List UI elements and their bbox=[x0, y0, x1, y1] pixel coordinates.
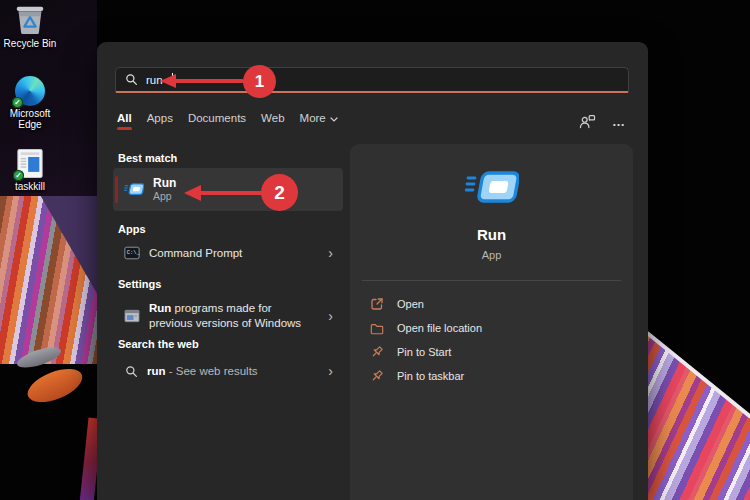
search-icon bbox=[125, 73, 138, 86]
result-label: run - See web results bbox=[147, 365, 258, 377]
preview-subtitle: App bbox=[350, 249, 633, 261]
chevron-right-icon: › bbox=[328, 366, 333, 376]
chevron-right-icon: › bbox=[328, 248, 333, 258]
result-best-match-run[interactable]: Run App bbox=[113, 168, 343, 211]
search-input[interactable]: run bbox=[115, 67, 629, 93]
action-open-file-location[interactable]: Open file location bbox=[370, 316, 621, 340]
chevron-right-icon: › bbox=[328, 311, 333, 321]
tab-all[interactable]: All bbox=[117, 112, 132, 130]
run-app-icon-large bbox=[350, 168, 633, 208]
wallpaper-bloom-stripes bbox=[0, 196, 97, 364]
pin-icon bbox=[370, 345, 384, 359]
result-label: Command Prompt bbox=[149, 247, 242, 259]
pin-icon bbox=[370, 369, 384, 383]
more-options-icon[interactable]: … bbox=[612, 114, 626, 129]
run-app-icon bbox=[124, 182, 144, 197]
desktop-icon-taskkill[interactable]: ✓ taskkill bbox=[0, 148, 60, 192]
result-label: Run programs made forprevious versions o… bbox=[149, 301, 301, 331]
desktop: Recycle Bin ✓ Microsoft Edge ✓ taskkill bbox=[0, 0, 750, 500]
edge-icon: ✓ bbox=[15, 76, 45, 106]
open-external-icon bbox=[370, 297, 384, 311]
sync-check-badge: ✓ bbox=[12, 97, 23, 108]
tab-documents[interactable]: Documents bbox=[188, 112, 246, 130]
folder-icon bbox=[370, 322, 384, 335]
search-flyout-panel: run All Apps Documents Web More … Best m… bbox=[97, 42, 648, 500]
svg-text:C:\_: C:\_ bbox=[127, 250, 140, 256]
best-match-title: Run bbox=[153, 176, 176, 190]
wallpaper-orange-petal bbox=[23, 362, 87, 409]
command-prompt-icon: C:\_ bbox=[124, 245, 140, 261]
search-icon bbox=[125, 365, 138, 378]
section-heading-apps: Apps bbox=[118, 223, 146, 235]
result-command-prompt[interactable]: C:\_ Command Prompt › bbox=[113, 238, 343, 268]
action-pin-to-taskbar[interactable]: Pin to taskbar bbox=[370, 364, 621, 388]
selected-accent-bar bbox=[115, 176, 118, 203]
desktop-icon-recycle-bin[interactable]: Recycle Bin bbox=[0, 2, 60, 49]
desktop-icon-label: Microsoft Edge bbox=[0, 108, 60, 130]
search-query-text: run bbox=[146, 74, 163, 86]
action-pin-to-start[interactable]: Pin to Start bbox=[370, 340, 621, 364]
search-filter-tabs: All Apps Documents Web More bbox=[117, 112, 338, 130]
person-chat-icon[interactable] bbox=[579, 114, 596, 129]
best-match-subtitle: App bbox=[153, 190, 176, 203]
tab-more[interactable]: More bbox=[300, 112, 338, 130]
section-heading-search-the-web: Search the web bbox=[118, 338, 199, 350]
section-heading-settings: Settings bbox=[118, 278, 161, 290]
preview-title: Run bbox=[350, 226, 633, 243]
result-web-search-run[interactable]: run - See web results › bbox=[113, 356, 343, 386]
recycle-bin-icon bbox=[13, 2, 47, 36]
compatibility-icon bbox=[124, 309, 140, 323]
text-cursor bbox=[172, 73, 173, 86]
desktop-icon-label: Recycle Bin bbox=[4, 38, 57, 49]
desktop-icon-label: taskkill bbox=[15, 181, 45, 192]
document-icon: ✓ bbox=[16, 148, 44, 179]
action-open[interactable]: Open bbox=[370, 292, 621, 316]
tab-apps[interactable]: Apps bbox=[147, 112, 173, 130]
desktop-icon-microsoft-edge[interactable]: ✓ Microsoft Edge bbox=[0, 76, 60, 130]
result-compatibility-settings[interactable]: Run programs made forprevious versions o… bbox=[113, 294, 343, 338]
tab-web[interactable]: Web bbox=[261, 112, 284, 130]
section-heading-best-match: Best match bbox=[118, 152, 177, 164]
sync-check-badge: ✓ bbox=[13, 170, 24, 181]
preview-card: Run App Open bbox=[350, 144, 633, 500]
divider bbox=[362, 280, 621, 281]
chevron-down-icon bbox=[330, 117, 338, 122]
